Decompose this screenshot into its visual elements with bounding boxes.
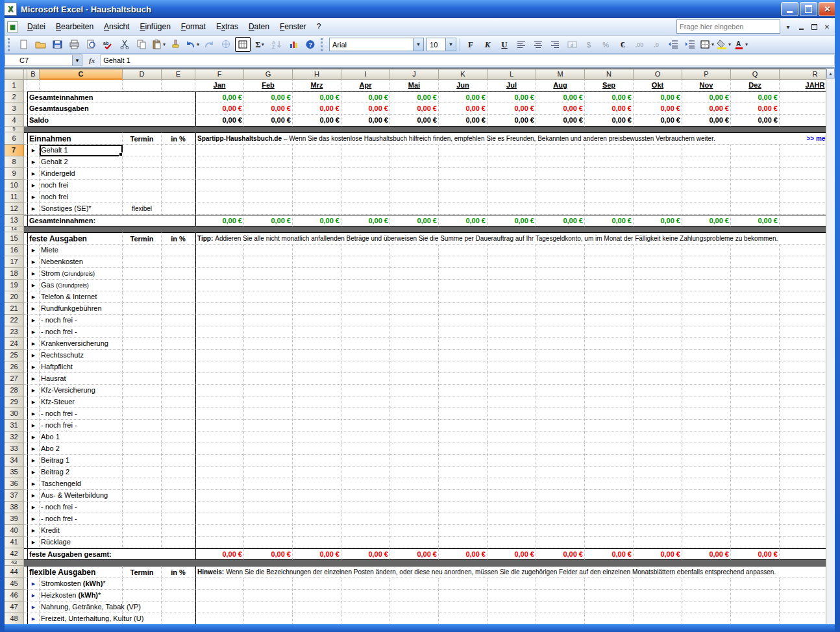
item-label[interactable]: Telefon & Internet [40,291,123,303]
month-cell[interactable] [439,245,488,256]
month-cell[interactable] [585,303,634,315]
item-label[interactable]: Miete [40,245,123,256]
month-cell[interactable] [731,443,780,455]
item-label[interactable]: noch frei [40,180,123,191]
month-cell[interactable]: 0,00 € [634,115,682,127]
month-cell[interactable] [731,326,780,338]
month-cell[interactable] [634,145,682,156]
row-header-31[interactable]: 31 [5,420,24,431]
termin-cell[interactable] [123,467,162,478]
month-cell[interactable] [293,602,341,613]
month-cell[interactable]: 0,00 € [731,548,780,560]
cell[interactable] [162,326,195,338]
section-title[interactable]: feste Ausgaben [27,232,123,245]
month-cell[interactable] [731,361,780,373]
month-cell[interactable]: 0,00 € [585,548,634,560]
month-cell[interactable] [293,315,341,326]
month-cell[interactable] [682,145,731,156]
month-cell[interactable] [195,513,244,525]
termin-cell[interactable] [123,361,162,373]
month-cell[interactable] [439,203,488,215]
month-cell[interactable] [244,245,293,256]
month-cell[interactable]: 0,00 € [244,91,293,103]
font-name-combo[interactable]: Arial ▼ [329,38,424,51]
month-cell[interactable] [634,396,682,408]
month-cell[interactable] [731,590,780,602]
month-cell[interactable] [536,478,585,490]
month-cell[interactable] [488,443,536,455]
month-cell[interactable] [488,203,536,215]
month-cell[interactable] [341,431,390,443]
month-cell[interactable] [195,156,244,168]
month-cell[interactable] [293,191,341,203]
cell[interactable] [162,191,195,203]
month-cell[interactable] [244,613,293,624]
cell[interactable] [162,180,195,191]
month-cell[interactable] [585,385,634,396]
month-cell[interactable] [488,602,536,613]
month-cell[interactable]: 0,00 € [390,548,439,560]
month-cell[interactable] [585,602,634,613]
month-cell[interactable]: 0,00 € [682,103,731,115]
month-cell[interactable] [731,602,780,613]
month-cell[interactable] [731,303,780,315]
month-cell[interactable] [293,613,341,624]
row-arrow-icon[interactable]: ▶ [27,590,40,602]
month-cell[interactable] [244,156,293,168]
month-cell[interactable] [731,168,780,180]
termin-cell[interactable] [123,590,162,602]
row-header-46[interactable]: 46 [5,590,24,602]
month-cell[interactable] [682,315,731,326]
termin-cell[interactable] [123,396,162,408]
month-cell[interactable] [390,203,439,215]
month-cell[interactable] [682,408,731,420]
month-cell[interactable] [488,396,536,408]
month-cell[interactable] [731,256,780,268]
termin-cell[interactable] [123,578,162,590]
decrease-indent-icon[interactable] [665,37,681,52]
month-cell[interactable] [682,396,731,408]
month-cell[interactable] [634,408,682,420]
open-folder-icon[interactable] [32,37,48,52]
total-label[interactable]: Gesamteinnahmen: [27,215,195,226]
month-cell[interactable] [195,385,244,396]
month-cell[interactable] [195,361,244,373]
item-label[interactable]: Beitrag 1 [40,455,123,467]
month-cell[interactable] [536,525,585,537]
row-arrow-icon[interactable]: ▶ [27,431,40,443]
row-header-29[interactable]: 29 [5,396,24,408]
month-cell[interactable]: 0,00 € [390,115,439,127]
month-cell[interactable] [536,502,585,513]
month-cell[interactable] [731,315,780,326]
month-cell[interactable] [488,350,536,361]
month-cell[interactable] [682,590,731,602]
month-cell[interactable] [293,326,341,338]
month-cell[interactable] [634,502,682,513]
row-arrow-icon[interactable]: ▶ [27,602,40,613]
row-header-16[interactable]: 16 [5,245,24,256]
row-header-11[interactable]: 11 [5,191,24,203]
month-cell[interactable] [341,291,390,303]
cell[interactable] [162,408,195,420]
column-header-K[interactable]: K [439,69,488,80]
row-header-44[interactable]: 44 [5,566,24,578]
month-cell[interactable] [293,291,341,303]
month-cell[interactable] [682,602,731,613]
month-cell[interactable]: 0,00 € [488,103,536,115]
month-cell[interactable] [488,156,536,168]
month-cell[interactable] [390,291,439,303]
month-cell[interactable] [488,338,536,350]
item-label[interactable]: Stromkosten (kWh)* [40,578,123,590]
month-cell[interactable] [682,490,731,502]
menu-item-extras[interactable]: Extras [211,19,243,34]
item-label[interactable]: Kfz-Versicherung [40,385,123,396]
month-cell[interactable]: 0,00 € [488,215,536,226]
month-cell[interactable] [390,145,439,156]
month-cell[interactable] [536,613,585,624]
chevron-down-icon[interactable]: ▼ [413,38,423,51]
cell[interactable] [162,256,195,268]
month-cell[interactable]: 0,00 € [439,215,488,226]
month-cell[interactable] [536,156,585,168]
month-cell[interactable] [536,408,585,420]
month-cell[interactable] [682,455,731,467]
